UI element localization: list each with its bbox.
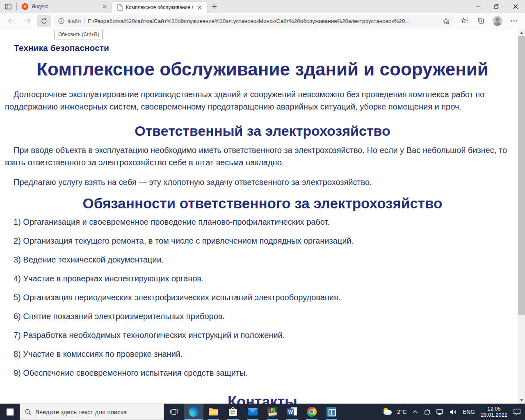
meet-now-icon[interactable]	[424, 409, 431, 415]
word-icon: W	[287, 407, 297, 417]
list-item: 1) Оргаганизация и своевременное проведе…	[14, 217, 520, 227]
tab-strip: Я Яндекс Комплексное обслуживание зд	[0, 0, 525, 13]
taskbar-search[interactable]: Введите здесь текст для поиска	[20, 404, 164, 420]
avatar	[493, 16, 502, 26]
brackets-app-icon	[326, 407, 336, 417]
favorites-button[interactable]	[458, 15, 472, 27]
new-tab-button[interactable]	[207, 0, 221, 13]
action-center-icon[interactable]	[513, 409, 521, 415]
list-item: 2) Организация текущего ремонта, в том ч…	[14, 236, 520, 246]
language-indicator[interactable]: ENG	[463, 409, 475, 415]
clock[interactable]: 12:05 29.01.2022	[481, 406, 507, 418]
tab-title: Яндекс	[32, 4, 98, 9]
tab-active-page[interactable]: Комплексное обслуживание зд	[112, 2, 207, 13]
list-item: 6) Снятие показаний электроизмерительных…	[14, 311, 520, 321]
taskbar-app-chrome[interactable]	[302, 404, 322, 420]
list-item: 7) Разработка необходимых технологически…	[14, 330, 520, 340]
page-title: Комплексное обслуживание зданий и сооруж…	[5, 59, 520, 80]
mail-icon	[248, 407, 258, 417]
taskbar-app-file-explorer[interactable]	[203, 404, 223, 420]
refresh-button[interactable]	[37, 15, 51, 27]
browser-toolbar: Файл F:/Разработка%20сайтов/Сайт%20обслу…	[0, 13, 525, 29]
tab-title: Комплексное обслуживание зд	[126, 5, 193, 10]
profile-button[interactable]	[491, 15, 504, 27]
weather-cloud-icon	[383, 408, 393, 416]
chrome-icon	[307, 407, 317, 417]
address-bar[interactable]: Файл F:/Разработка%20сайтов/Сайт%20обслу…	[53, 15, 455, 27]
tray-expand-icon[interactable]	[413, 410, 418, 413]
network-icon[interactable]	[436, 409, 444, 415]
system-tray: -2°C ENG 12:05 29.01.2022	[380, 404, 525, 420]
tab-yandex[interactable]: Я Яндекс	[17, 0, 112, 13]
tab-actions-button[interactable]	[0, 0, 16, 13]
tab-close-icon[interactable]	[101, 3, 108, 10]
collections-button[interactable]	[474, 15, 488, 27]
date-label: 29.01.2022	[481, 412, 507, 418]
task-view-button[interactable]	[164, 404, 184, 420]
graphics-app-icon	[267, 406, 278, 417]
windows-logo-icon	[7, 409, 14, 415]
browser-window: Я Яндекс Комплексное обслуживание зд	[0, 0, 525, 420]
paragraph: Предлагаю услугу взять на себя — эту хло…	[5, 176, 520, 188]
tab-close-icon[interactable]	[196, 4, 203, 11]
list-item: 9) Обеспечение своевременного испытания …	[14, 368, 520, 378]
taskbar-app-brackets[interactable]	[322, 404, 341, 420]
list-item: 8) Участие в комиссиях по проверке знани…	[14, 349, 520, 359]
list-item: 3) Ведение технической документации.	[14, 255, 520, 265]
section-title-duties: Обязанности ответственного за электрохоз…	[5, 194, 520, 213]
url-text[interactable]: F:/Разработка%20сайтов/Сайт%20обслуживан…	[88, 18, 437, 24]
duties-list: 1) Оргаганизация и своевременное проведе…	[5, 217, 520, 378]
taskbar-spacer	[341, 404, 380, 420]
document-favicon-icon	[117, 4, 123, 11]
titlebar-drag-area	[221, 0, 468, 13]
list-item: 5) Организация периодических электрофизи…	[14, 292, 520, 302]
add-favorite-icon[interactable]	[441, 16, 451, 26]
scroll-up-icon[interactable]	[518, 29, 525, 36]
forward-button[interactable]	[21, 15, 34, 27]
refresh-tooltip: Обновить (Ctrl+R)	[55, 30, 103, 39]
temperature-label: -2°C	[395, 409, 406, 415]
settings-menu-button[interactable]	[507, 15, 521, 27]
taskbar: Введите здесь текст для поиска	[0, 404, 525, 420]
taskbar-app-edge[interactable]	[184, 404, 203, 420]
vertical-tabs-icon	[5, 4, 11, 9]
address-separator	[84, 18, 84, 24]
search-placeholder: Введите здесь текст для поиска	[35, 409, 127, 415]
minimize-button[interactable]	[468, 0, 487, 13]
vertical-scrollbar[interactable]	[518, 29, 525, 404]
scheme-label: Файл	[68, 18, 81, 24]
time-label: 12:05	[481, 406, 507, 412]
taskbar-app-graphics[interactable]	[262, 404, 282, 420]
yandex-favicon-icon: Я	[22, 3, 28, 10]
volume-icon[interactable]	[450, 409, 457, 415]
edge-icon	[189, 407, 199, 417]
restore-button[interactable]	[487, 0, 506, 13]
section-title-contacts: Контакты	[5, 393, 520, 404]
page-content: Техника безопасности Комплексное обслужи…	[0, 29, 525, 404]
taskbar-app-mail[interactable]	[243, 404, 262, 420]
list-item: 4) Участие в проверках инспектирующих ор…	[14, 274, 520, 283]
back-button[interactable]	[4, 15, 18, 27]
start-button[interactable]	[0, 404, 20, 420]
nav-link-safety[interactable]: Техника безопасности	[14, 43, 109, 53]
scrollbar-thumb[interactable]	[518, 36, 525, 315]
scroll-down-icon[interactable]	[518, 397, 525, 404]
close-window-button[interactable]	[506, 0, 525, 13]
paragraph: При вводе объекта в эксплуатацию необход…	[5, 144, 520, 169]
microsoft-store-icon	[228, 407, 238, 417]
search-icon	[25, 409, 31, 415]
section-title-responsible: Ответственный за электрохозяйство	[5, 122, 520, 140]
info-icon[interactable]	[58, 18, 64, 24]
intro-paragraph: Долгосрочное эксплуатирование производст…	[5, 88, 520, 113]
weather-widget[interactable]: -2°C	[383, 408, 406, 416]
taskbar-app-store[interactable]	[223, 404, 243, 420]
file-explorer-icon	[208, 407, 218, 417]
taskbar-app-word[interactable]: W	[282, 404, 302, 420]
